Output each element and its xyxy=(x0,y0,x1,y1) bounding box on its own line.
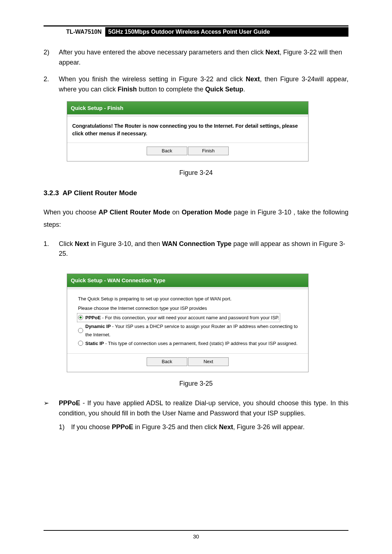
fig25-line1: The Quick Setup is preparing to set up y… xyxy=(78,294,303,304)
text-step1: Click Next in Figure 3-10, and then WAN … xyxy=(59,239,348,259)
radio-static[interactable] xyxy=(78,341,83,346)
header-title: 5GHz 150Mbps Outdoor Wireless Access Poi… xyxy=(105,27,348,37)
header-rule xyxy=(44,25,348,26)
back-button[interactable]: Back xyxy=(147,357,187,366)
radio-row-pppoe[interactable]: PPPoE - For this connection, your will n… xyxy=(77,313,280,322)
list-item-2: 2. When you finish the wireless setting … xyxy=(44,74,348,95)
section-intro: When you choose AP Client Router Mode on… xyxy=(44,206,348,231)
fig25-body: The Quick Setup is preparing to set up y… xyxy=(67,289,308,354)
fig25-line2: Please choose the Internet connection ty… xyxy=(78,304,303,313)
bullet-pppoe: ➢ PPPoE - If you have applied ADSL to re… xyxy=(44,398,348,419)
figure-3-24: Quick Setup - Finish Congratulations! Th… xyxy=(67,101,309,161)
text-2: When you finish the wireless setting in … xyxy=(59,74,348,95)
marker-pppoe1: 1) xyxy=(59,422,71,432)
radio-dynamic-label: Dynamic IP - Your ISP uses a DHCP servic… xyxy=(85,322,303,339)
section-title: AP Client Router Mode xyxy=(62,189,137,197)
fig24-body: Congratulations! The Router is now conne… xyxy=(67,116,308,143)
arrow-icon: ➢ xyxy=(44,398,59,419)
page-number: 30 xyxy=(0,533,392,539)
radio-pppoe[interactable] xyxy=(78,315,83,320)
list-item-step1: 1. Click Next in Figure 3-10, and then W… xyxy=(44,239,348,259)
radio-pppoe-label: PPPoE - For this connection, your will n… xyxy=(85,313,279,322)
marker-2sub: 2) xyxy=(44,48,59,68)
fig25-header: Quick Setup - WAN Connection Type xyxy=(67,274,308,287)
sub-item-pppoe1: 1) If you choose PPPoE in Figure 3-25 an… xyxy=(59,422,348,432)
bullet-pppoe-text: PPPoE - If you have applied ADSL to real… xyxy=(59,398,348,419)
radio-dynamic[interactable] xyxy=(78,328,83,333)
header-bar: TL-WA7510N 5GHz 150Mbps Outdoor Wireless… xyxy=(44,27,348,37)
section-number: 3.2.3 xyxy=(44,189,59,197)
radio-row-static[interactable]: Static IP - This type of connection uses… xyxy=(78,339,303,348)
marker-2: 2. xyxy=(44,74,59,95)
section-heading: 3.2.3 AP Client Router Mode xyxy=(44,188,348,198)
text-2sub: After you have entered the above necessa… xyxy=(59,48,348,68)
figure-3-25: Quick Setup - WAN Connection Type The Qu… xyxy=(67,274,309,372)
radio-static-label: Static IP - This type of connection uses… xyxy=(85,339,298,348)
header-model: TL-WA7510N xyxy=(44,27,105,37)
back-button[interactable]: Back xyxy=(147,147,187,155)
marker-step1: 1. xyxy=(44,239,59,259)
list-item-2sub: 2) After you have entered the above nece… xyxy=(44,48,348,68)
text-pppoe1: If you choose PPPoE in Figure 3-25 and t… xyxy=(71,422,305,432)
radio-row-dynamic[interactable]: Dynamic IP - Your ISP uses a DHCP servic… xyxy=(78,322,303,339)
fig24-button-row: Back Finish xyxy=(67,143,308,161)
fig25-button-row: Back Next xyxy=(67,353,308,372)
fig24-caption: Figure 3-24 xyxy=(44,168,348,178)
fig25-caption: Figure 3-25 xyxy=(44,379,348,389)
fig24-header: Quick Setup - Finish xyxy=(67,102,308,114)
finish-button[interactable]: Finish xyxy=(188,147,229,155)
next-button[interactable]: Next xyxy=(188,357,229,366)
footer-rule xyxy=(44,530,348,531)
